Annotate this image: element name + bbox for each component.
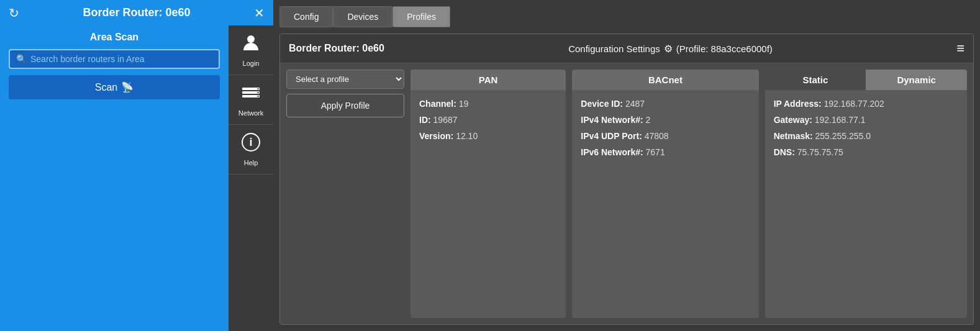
network-icon: [241, 83, 261, 107]
dns-value: 75.75.75.75: [797, 147, 843, 157]
content-body: Select a profile Apply Profile PAN Chann…: [280, 63, 973, 324]
svg-rect-2: [242, 91, 260, 94]
netmask-row: Netmask: 255.255.255.0: [774, 131, 958, 141]
bacnet-ipv6-network-row: IPv6 Network#: 7671: [581, 147, 750, 157]
bacnet-ipv6-network-value: 7671: [646, 147, 665, 157]
login-label: Login: [243, 60, 260, 67]
scan-button[interactable]: Scan 📡: [9, 75, 220, 99]
bacnet-ipv4-network-row: IPv4 Network#: 2: [581, 115, 750, 125]
pan-channel-label: Channel:: [419, 99, 456, 109]
bacnet-ipv6-network-label: IPv6 Network#:: [581, 147, 643, 157]
bacnet-device-id-value: 2487: [625, 99, 645, 109]
svg-rect-3: [242, 95, 260, 97]
search-icon: 🔍: [16, 54, 27, 64]
dns-label: DNS:: [774, 147, 795, 157]
ip-address-value: 192.168.77.202: [824, 99, 884, 109]
bacnet-ipv4-udp-row: IPv4 UDP Port: 47808: [581, 131, 750, 141]
svg-rect-1: [242, 88, 260, 90]
static-dynamic-header: Static Dynamic: [765, 70, 967, 90]
tab-profiles[interactable]: Profiles: [392, 6, 450, 27]
pan-header: PAN: [411, 70, 566, 90]
bacnet-body: Device ID: 2487 IPv4 Network#: 2 IPv4 UD…: [572, 90, 758, 318]
bacnet-ipv4-udp-value: 47808: [645, 131, 669, 141]
pan-body: Channel: 19 ID: 19687 Version: 12.10: [411, 90, 566, 318]
profile-select[interactable]: Select a profile: [286, 70, 404, 89]
svg-rect-5: [257, 92, 259, 93]
bacnet-ipv4-udp-label: IPv4 UDP Port:: [581, 131, 642, 141]
sidebar-item-help[interactable]: i Help: [229, 125, 273, 175]
router-name: Border Router: 0e60: [289, 43, 384, 54]
scan-label: Scan: [95, 82, 117, 93]
svg-point-0: [247, 35, 255, 43]
gateway-value: 192.168.77.1: [815, 115, 866, 125]
dns-row: DNS: 75.75.75.75: [774, 147, 958, 157]
apply-profile-button[interactable]: Apply Profile: [286, 94, 404, 117]
network-label: Network: [238, 109, 263, 117]
pan-version-row: Version: 12.10: [419, 131, 557, 141]
config-settings-title: Configuration Settings ⚙ (Profile: 88a3c…: [568, 43, 773, 55]
bacnet-device-id-label: Device ID:: [581, 99, 623, 109]
gateway-label: Gateway:: [774, 115, 812, 125]
left-panel: ↻ Border Router: 0e60 ✕ Area Scan 🔍 Scan…: [0, 0, 273, 331]
ip-address-label: IP Address:: [774, 99, 822, 109]
pan-id-value: 19687: [433, 115, 458, 125]
tab-devices[interactable]: Devices: [333, 6, 392, 27]
login-icon: [241, 33, 261, 57]
pan-version-value: 12.10: [456, 131, 478, 141]
help-icon: i: [241, 132, 261, 156]
bacnet-device-id-row: Device ID: 2487: [581, 99, 750, 109]
pan-channel-row: Channel: 19: [419, 99, 557, 109]
close-icon[interactable]: ✕: [254, 6, 265, 20]
netmask-label: Netmask:: [774, 131, 813, 141]
bacnet-section: BACnet Device ID: 2487 IPv4 Network#: 2 …: [572, 70, 758, 318]
profile-section: Select a profile Apply Profile: [286, 70, 404, 318]
svg-text:i: i: [249, 136, 252, 148]
sidebar-item-network[interactable]: Network: [229, 75, 273, 125]
bacnet-ipv4-network-value: 2: [646, 115, 651, 125]
tab-config[interactable]: Config: [279, 6, 333, 27]
wifi-icon: 📡: [121, 81, 134, 93]
search-box: 🔍: [9, 49, 220, 69]
hamburger-icon[interactable]: ≡: [956, 40, 964, 57]
pan-version-label: Version:: [419, 131, 453, 141]
sidebar-main: Area Scan 🔍 Scan 📡: [0, 25, 229, 331]
area-scan-label: Area Scan: [9, 32, 220, 43]
netmask-value: 255.255.255.0: [815, 131, 871, 141]
refresh-icon[interactable]: ↻: [9, 6, 19, 20]
gateway-row: Gateway: 192.168.77.1: [774, 115, 958, 125]
content-header: Border Router: 0e60 Configuration Settin…: [280, 34, 973, 63]
config-settings-label: Configuration Settings: [568, 43, 660, 54]
bacnet-header: BACnet: [572, 70, 758, 90]
bacnet-ipv4-network-label: IPv4 Network#:: [581, 115, 643, 125]
icon-sidebar: Login Network: [229, 25, 273, 331]
content-area: Border Router: 0e60 Configuration Settin…: [279, 34, 974, 325]
svg-rect-6: [257, 96, 259, 97]
window-title: Border Router: 0e60: [83, 6, 190, 19]
pan-channel-value: 19: [459, 99, 469, 109]
gear-icon[interactable]: ⚙: [664, 43, 673, 55]
ip-address-row: IP Address: 192.168.77.202: [774, 99, 958, 109]
pan-id-label: ID:: [419, 115, 431, 125]
search-input[interactable]: [30, 54, 212, 64]
pan-id-row: ID: 19687: [419, 115, 557, 125]
profile-id-text: (Profile: 88a3cce6000f): [676, 43, 773, 54]
static-dynamic-section: Static Dynamic IP Address: 192.168.77.20…: [765, 70, 967, 318]
right-panel: Config Devices Profiles Border Router: 0…: [273, 0, 980, 331]
tab-dynamic[interactable]: Dynamic: [866, 70, 967, 90]
svg-rect-4: [257, 88, 259, 89]
pan-section: PAN Channel: 19 ID: 19687 Version: 12.10: [411, 70, 566, 318]
title-bar: ↻ Border Router: 0e60 ✕: [0, 0, 273, 25]
sidebar-item-login[interactable]: Login: [229, 25, 273, 75]
static-body: IP Address: 192.168.77.202 Gateway: 192.…: [765, 90, 967, 318]
help-label: Help: [244, 159, 258, 166]
tab-static[interactable]: Static: [765, 70, 866, 90]
tabs: Config Devices Profiles: [279, 6, 974, 27]
